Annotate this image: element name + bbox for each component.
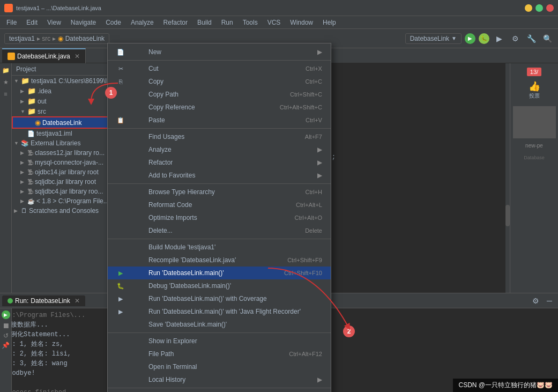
run-side-run[interactable]: ▶ (2, 310, 10, 319)
menu-analyze[interactable]: Analyze (127, 18, 158, 27)
ctx-local-history[interactable]: Local History ▶ (108, 373, 331, 386)
app-logo (4, 4, 13, 12)
settings-button[interactable]: 🔧 (525, 32, 538, 45)
ctx-recompile[interactable]: Recompile 'DatebaseLink.java' Ctrl+Shift… (108, 254, 331, 267)
favorites-toggle[interactable]: ★ (1, 77, 11, 87)
src-folder-icon: 📁 (27, 107, 36, 115)
ctx-open-terminal[interactable]: Open in Terminal (108, 360, 331, 373)
reformat-icon (116, 201, 125, 209)
menu-help[interactable]: Help (318, 18, 340, 27)
expand-arrow: ▼ (14, 78, 19, 84)
expand-arrow: ▶ (20, 88, 26, 94)
menu-navigate[interactable]: Navigate (66, 18, 100, 27)
run-config-selector[interactable]: DatebaseLink ▼ (405, 33, 462, 44)
ctx-run-jfr[interactable]: ▶ Run 'DatebaseLink.main()' with 'Java F… (108, 305, 331, 318)
search-button[interactable]: 🔍 (541, 32, 554, 45)
iml-label: testjava1.iml (36, 130, 72, 137)
close-button[interactable] (546, 4, 554, 12)
maximize-button[interactable] (535, 4, 543, 12)
ctx-build-module[interactable]: Build Module 'testjava1' (108, 241, 331, 254)
jar-icon: 🗜 (27, 169, 33, 175)
stop-icon[interactable]: ⏹ (2, 321, 10, 330)
jdk-icon: ☕ (27, 198, 35, 205)
editor-scrollbar[interactable] (505, 63, 510, 299)
menu-file[interactable]: File (2, 18, 21, 27)
menu-edit[interactable]: Edit (22, 18, 42, 27)
ctx-reformat[interactable]: Reformat Code Ctrl+Alt+L (108, 198, 331, 211)
title-bar: testjava1 – ...\DatebaseLink.java (0, 0, 558, 16)
ctx-sep-1 (108, 60, 331, 61)
debug-button[interactable]: 🐛 (479, 33, 489, 44)
ctx-synchronize[interactable]: ⟳ Synchronize 'DatebaseLink.java' (108, 390, 331, 392)
profiler-button[interactable]: ⚙ (509, 32, 522, 45)
ctx-analyze[interactable]: Analyze ▶ (108, 143, 331, 156)
menu-build[interactable]: Build (193, 18, 216, 27)
external-libs-label: External Libraries (31, 139, 80, 147)
ctx-copy-reference[interactable]: Copy Reference Ctrl+Alt+Shift+C (108, 101, 331, 114)
editor-scroll-thumb[interactable] (505, 205, 510, 226)
expand-arrow: ▶ (20, 150, 26, 156)
menu-tools[interactable]: Tools (239, 18, 262, 27)
right-side-panel: 13/ 👍 投票 new-pe Database (510, 63, 558, 299)
expand-arrow: ▶ (20, 198, 26, 204)
thumbs-up-icon[interactable]: 👍 (529, 80, 540, 92)
run-button[interactable]: ▶ (465, 33, 475, 44)
config-name: DatebaseLink (410, 35, 449, 42)
ctx-delete[interactable]: Delete... Delete (108, 224, 331, 237)
project-toggle[interactable]: 📁 (1, 65, 11, 75)
ctx-refactor[interactable]: Refactor ▶ (108, 156, 331, 169)
run-icon: ▶ (116, 269, 125, 277)
ctx-sep-2 (108, 128, 331, 129)
menu-run[interactable]: Run (217, 18, 237, 27)
minimize-button[interactable] (525, 4, 532, 12)
mysql-label: mysql-connector-java-... (35, 159, 103, 166)
structure-toggle[interactable]: ≡ (1, 89, 11, 99)
menu-code[interactable]: Code (101, 18, 125, 27)
run-panel-close[interactable]: ─ (543, 294, 556, 307)
ctx-show-explorer[interactable]: Show in Explorer (108, 335, 331, 347)
terminal-icon (116, 363, 125, 371)
ctx-browse-hierarchy[interactable]: Browse Type Hierarchy Ctrl+H (108, 186, 331, 198)
dropdown-arrow-icon: ▼ (451, 35, 457, 41)
coverage-button[interactable]: ▶ (493, 32, 505, 45)
menu-view[interactable]: View (43, 18, 65, 27)
ctx-run-coverage[interactable]: ▶ Run 'DatebaseLink.main()' with Coverag… (108, 292, 331, 305)
run-indicator (8, 298, 13, 304)
ctx-file-path[interactable]: File Path Ctrl+Alt+F12 (108, 347, 331, 360)
menu-vcs[interactable]: VCS (263, 18, 285, 27)
menu-window[interactable]: Window (286, 18, 317, 27)
new-icon: 📄 (116, 48, 125, 56)
ctx-copy[interactable]: ⎘ Copy Ctrl+C (108, 75, 331, 88)
ctx-debug[interactable]: 🐛 Debug 'DatebaseLink.main()' (108, 279, 331, 292)
project-selector[interactable]: testjava1 ▸ src ▸ ◉ DatebaseLink (4, 33, 109, 44)
tab-datebaselink[interactable]: DatebaseLink.java ✕ (2, 48, 86, 63)
window-controls (525, 4, 554, 12)
ctx-optimize[interactable]: Optimize Imports Ctrl+Alt+O (108, 211, 331, 224)
tab-close-icon[interactable]: ✕ (75, 53, 80, 60)
ctx-sep-5 (108, 332, 331, 333)
ctx-sep-6 (108, 388, 331, 388)
ctx-cut[interactable]: ✂ Cut Ctrl+X (108, 62, 331, 75)
ctx-paste[interactable]: 📋 Paste Ctrl+V (108, 114, 331, 127)
watermark: CSDN @一只特立独行的猪🐷🐷 (453, 379, 558, 392)
out-label: out (38, 98, 47, 105)
ctx-copy-path[interactable]: Copy Path Ctrl+Shift+C (108, 88, 331, 101)
ctx-new[interactable]: 📄 New ▶ (108, 46, 331, 58)
ctx-find-usages[interactable]: Find Usages Alt+F7 (108, 130, 331, 143)
run-tab-close[interactable]: ✕ (75, 297, 80, 305)
pin-icon[interactable]: 📌 (2, 342, 10, 349)
file-icon-orange: ◉ (58, 35, 63, 42)
ctx-run[interactable]: ▶ Run 'DatebaseLink.main()' Ctrl+Shift+F… (108, 267, 331, 279)
expand-arrow: ▶ (20, 99, 26, 104)
expand-arrow: ▼ (14, 140, 19, 146)
expand-arrow: ▶ (14, 208, 19, 213)
run-tab[interactable]: Run: DatebaseLink ✕ (2, 295, 85, 306)
menu-refactor[interactable]: Refactor (159, 18, 192, 27)
ctx-add-favorites[interactable]: Add to Favorites ▶ (108, 169, 331, 182)
run-panel-settings[interactable]: ⚙ (529, 294, 542, 307)
ctx-save-config[interactable]: Save 'DatebaseLink.main()' (108, 318, 331, 331)
rerun-icon[interactable]: ↺ (3, 332, 9, 339)
classes12-label: classes12.jar library ro... (35, 149, 105, 157)
project-name: testjava1 (9, 35, 35, 42)
expand-arrow: ▶ (20, 169, 26, 175)
